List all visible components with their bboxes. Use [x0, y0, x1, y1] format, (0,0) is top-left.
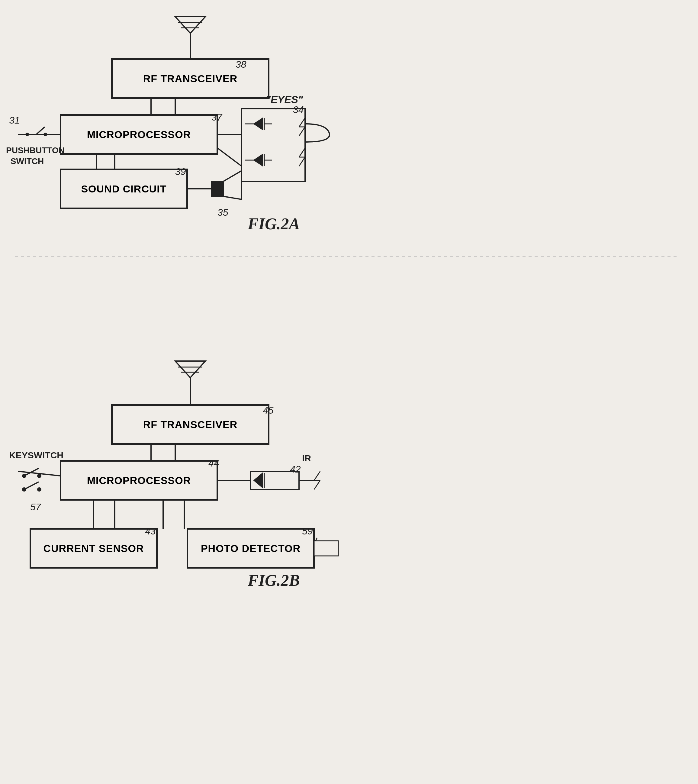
microprocessor-a-label: MICROPROCESSOR	[87, 129, 191, 140]
keyswitch-label: KEYSWITCH	[9, 450, 63, 460]
microprocessor-b-box: MICROPROCESSOR	[61, 461, 217, 500]
svg-point-65	[22, 488, 26, 492]
svg-point-63	[37, 474, 41, 478]
diagram-container: RF TRANSCEIVER MICROPROCESSOR SOUND CIRC…	[0, 0, 698, 784]
svg-marker-54	[254, 473, 263, 488]
svg-rect-31	[211, 181, 224, 196]
svg-line-24	[299, 118, 305, 127]
svg-marker-14	[254, 118, 263, 130]
svg-point-62	[22, 474, 26, 478]
ref-57: 57	[30, 502, 41, 513]
ref-42: 42	[290, 464, 301, 475]
svg-line-26	[299, 127, 305, 136]
fig2b-label: FIG.2B	[248, 571, 300, 590]
ir-label: IR	[302, 453, 311, 463]
svg-line-37	[36, 127, 45, 135]
svg-marker-32	[224, 171, 242, 199]
ref-38: 38	[235, 59, 247, 70]
microprocessor-b-label: MICROPROCESSOR	[87, 474, 191, 486]
svg-line-13	[217, 148, 242, 166]
microprocessor-a-box: MICROPROCESSOR	[61, 115, 217, 154]
current-sensor-box: CURRENT SENSOR	[30, 529, 157, 568]
rf-transceiver-b-box: RF TRANSCEIVER	[112, 405, 269, 444]
ref-31: 31	[9, 115, 20, 126]
ref-39: 39	[175, 166, 186, 177]
svg-line-61	[18, 471, 61, 476]
svg-line-67	[24, 482, 39, 489]
eyes-label: "EYES"	[266, 94, 303, 105]
current-sensor-label: CURRENT SENSOR	[43, 543, 144, 554]
rf-transceiver-b-label: RF TRANSCEIVER	[143, 419, 237, 430]
ref-59: 59	[302, 526, 313, 537]
pushbutton-switch-label: PUSHBUTTONSWITCH	[6, 145, 48, 167]
ref-43: 43	[145, 526, 156, 537]
svg-point-66	[37, 488, 41, 492]
svg-point-35	[25, 133, 29, 136]
svg-line-60	[314, 480, 320, 489]
ref-34: 34	[293, 104, 304, 115]
svg-marker-1	[175, 16, 206, 33]
svg-line-64	[24, 468, 39, 476]
ref-44: 44	[208, 458, 219, 469]
photo-detector-box: PHOTO DETECTOR	[187, 529, 314, 568]
ref-45: 45	[263, 405, 274, 416]
svg-rect-11	[242, 109, 305, 181]
svg-rect-72	[314, 541, 338, 556]
ref-37: 37	[211, 112, 222, 123]
svg-point-36	[43, 133, 47, 136]
ref-35: 35	[217, 207, 228, 218]
sound-circuit-box: SOUND CIRCUIT	[61, 169, 187, 208]
svg-marker-19	[254, 154, 263, 166]
svg-line-29	[299, 157, 305, 166]
svg-line-27	[299, 148, 305, 157]
svg-line-58	[314, 471, 320, 480]
svg-marker-39	[175, 361, 206, 378]
fig2a-label: FIG.2A	[248, 214, 300, 233]
rf-transceiver-a-label: RF TRANSCEIVER	[143, 73, 237, 85]
photo-detector-label: PHOTO DETECTOR	[201, 543, 301, 554]
sound-circuit-label: SOUND CIRCUIT	[81, 183, 166, 195]
